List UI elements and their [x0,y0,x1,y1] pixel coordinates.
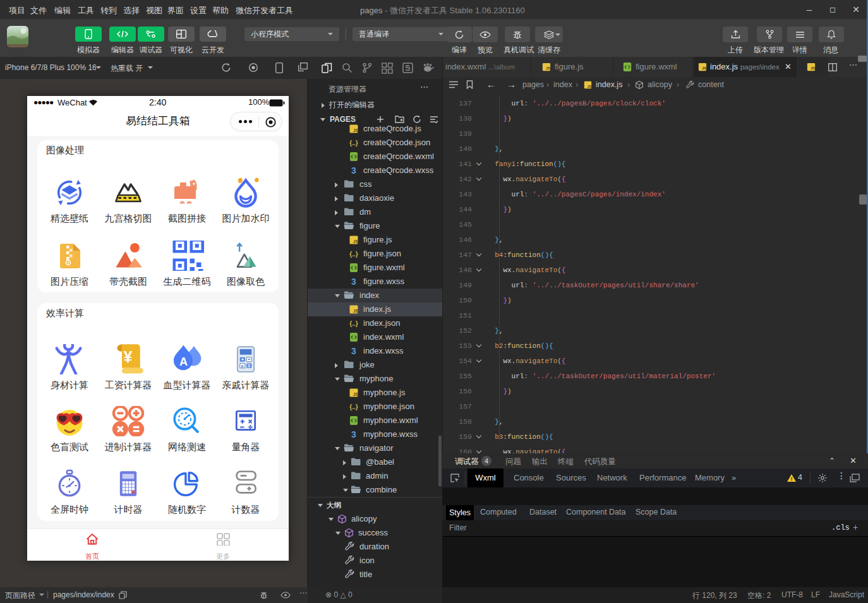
svg-text:{..}: {..} [349,320,358,327]
svg-text:3: 3 [351,277,356,287]
svg-text:3: 3 [351,346,356,356]
svg-text:{..}: {..} [349,140,358,146]
svg-text:A: A [179,355,188,368]
svg-text:JS: JS [353,239,359,244]
svg-text:JS: JS [546,66,550,70]
svg-text:{..}: {..} [349,403,358,410]
svg-text:JS: JS [702,66,706,70]
svg-text:¥: ¥ [124,348,133,366]
svg-text:JS: JS [353,309,359,313]
svg-text:3: 3 [351,429,356,439]
svg-text:!: ! [791,476,793,482]
svg-text:JS: JS [811,66,815,70]
svg-text:3: 3 [351,165,356,176]
svg-text:JS: JS [587,85,591,88]
svg-text:JS: JS [353,128,359,133]
svg-text:{..}: {..} [349,251,358,258]
svg-text:JS: JS [353,392,359,397]
